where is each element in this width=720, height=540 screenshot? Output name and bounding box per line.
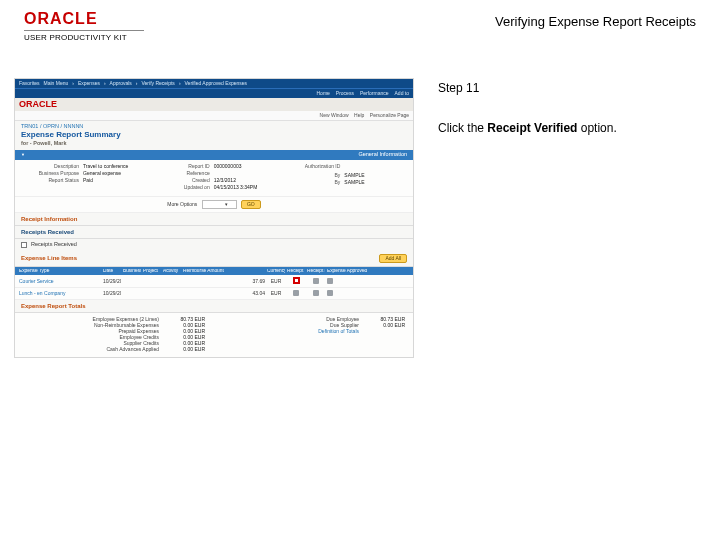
topmenu-item[interactable]: Verify Receipts [142,81,175,86]
userbar-link[interactable]: New Window [320,112,349,118]
cell: EUR [267,279,285,284]
cell: 10/29/2012 [103,291,121,296]
instr-post: option. [577,121,616,135]
oracle-logo: ORACLE [24,10,144,28]
instruction-panel: Step 11 Click the Receipt Verified optio… [414,78,696,358]
lbl: Created [154,178,214,183]
step-label: Step 11 [438,78,696,100]
more-options-select[interactable]: ▾ [202,200,237,209]
cell: 10/29/2012 [103,279,121,284]
tl: Cash Advances Applied [23,347,165,352]
section-totals: Expense Report Totals [15,300,413,313]
app-sub-nav: Home Process Performance Add to [15,88,413,98]
val: 12/3/2012 [214,178,236,183]
receipts-received-checkbox[interactable] [21,242,27,248]
table-row: Courier Service 10/29/2012 37.69 EUR [15,275,413,288]
expense-lines-label: Expense Line Items [21,255,77,261]
th: Expense Approved [327,269,409,274]
app-frame: Favorites Main Menu › Expenses › Approva… [14,78,414,358]
val: SAMPLE [344,180,364,185]
section-expense-lines: Expense Line Items Add All [15,251,413,267]
totals-grid: Employee Expenses (2 Lines)80.73 EUR Non… [15,313,413,357]
app-brand-row: ORACLE [15,98,413,111]
go-button[interactable]: GO [241,200,261,209]
logo-divider [24,30,144,31]
lbl: Updated on [154,185,214,190]
topmenu-item[interactable]: Approvals [110,81,132,86]
doc-body: Favorites Main Menu › Expenses › Approva… [0,48,720,358]
subnav-item[interactable]: Performance [360,91,389,96]
subnav-item[interactable]: Process [336,91,354,96]
th: Expense Type [19,269,101,274]
for-line: for - Powell, Mark [15,141,413,151]
more-options-row: More Options ▾ GO [15,197,413,213]
th: Date [103,269,121,274]
approved-icon [327,278,333,284]
table-row: Lunch - en Company 10/29/2012 43.04 EUR [15,288,413,300]
cell: 43.04 [183,291,265,296]
th: Business [123,269,141,274]
userbar-link[interactable]: Help [354,112,364,118]
lbl: Reference [154,171,214,176]
val: Paid [83,178,93,183]
instr-bold: Receipt Verified [487,121,577,135]
screenshot-panel: Favorites Main Menu › Expenses › Approva… [14,78,414,358]
step-instruction: Click the Receipt Verified option. [438,118,696,140]
instr-pre: Click the [438,121,487,135]
app-user-bar: New Window Help Personalize Page [15,111,413,121]
tv: 0.00 EUR [365,323,405,328]
th: Currency [267,269,285,274]
lbl: Report Status [23,178,83,183]
receipt-verified-checkbox[interactable] [293,277,300,284]
topmenu-item[interactable]: Main Menu [44,81,69,86]
lbl: Description [23,164,83,169]
val: Travel to conference [83,164,128,169]
userbar-link[interactable]: Personalize Page [370,112,409,118]
receipt-received-icon [313,278,319,284]
th: Activity [163,269,181,274]
receipt-received-icon [313,290,319,296]
val: 0000000003 [214,164,242,169]
section-receipts-received[interactable]: Receipts Received [15,226,413,239]
subnav-item[interactable]: Home [317,91,330,96]
doc-logo-block: ORACLE USER PRODUCTIVITY KIT [24,10,144,42]
th: Receipt Verified [287,269,305,274]
lbl: Report ID [154,164,214,169]
val: SAMPLE [344,173,364,178]
receipt-verified-checkbox[interactable] [293,290,299,296]
val: 04/15/2013 3:34PM [214,185,258,190]
val: General expense [83,171,121,176]
cell: 37.69 [183,279,265,284]
lbl: Business Purpose [23,171,83,176]
lbl: Authorization ID [284,164,344,169]
topmenu-item[interactable]: Verified Approved Expenses [185,81,248,86]
info-grid: DescriptionTravel to conference Business… [15,160,413,197]
add-all-button[interactable]: Add All [379,254,407,263]
lbl: By [284,180,344,185]
doc-header: ORACLE USER PRODUCTIVITY KIT Verifying E… [0,0,720,48]
th: Reimburse Amount [183,269,265,274]
expense-type-link[interactable]: Lunch - en Company [19,291,101,296]
lbl: By [284,173,344,178]
section-general-info[interactable]: General Information [15,150,413,160]
definition-of-totals-link[interactable]: Definition of Totals [223,329,365,334]
expense-type-link[interactable]: Courier Service [19,279,101,284]
approved-icon [327,290,333,296]
receipts-received-row: Receipts Received [15,239,413,251]
page-title: Expense Report Summary [15,131,413,141]
cell: EUR [267,291,285,296]
th: Receipt Received [307,269,325,274]
section-general-label: General Information [358,152,407,158]
receipts-received-label: Receipts Received [31,242,77,248]
subnav-item[interactable]: Add to [395,91,409,96]
upk-text: USER PRODUCTIVITY KIT [24,33,144,42]
doc-title: Verifying Expense Report Receipts [495,10,696,29]
app-top-menu: Favorites Main Menu › Expenses › Approva… [15,79,413,88]
more-options-label: More Options [167,201,197,207]
expense-table-header: Expense Type Date Business Project Activ… [15,267,413,276]
topmenu-item[interactable]: Expenses [78,81,100,86]
tv: 0.00 EUR [165,347,205,352]
topmenu-item[interactable]: Favorites [19,81,40,86]
section-receipt-info: Receipt Information [15,213,413,226]
app-oracle-logo: ORACLE [19,100,57,109]
